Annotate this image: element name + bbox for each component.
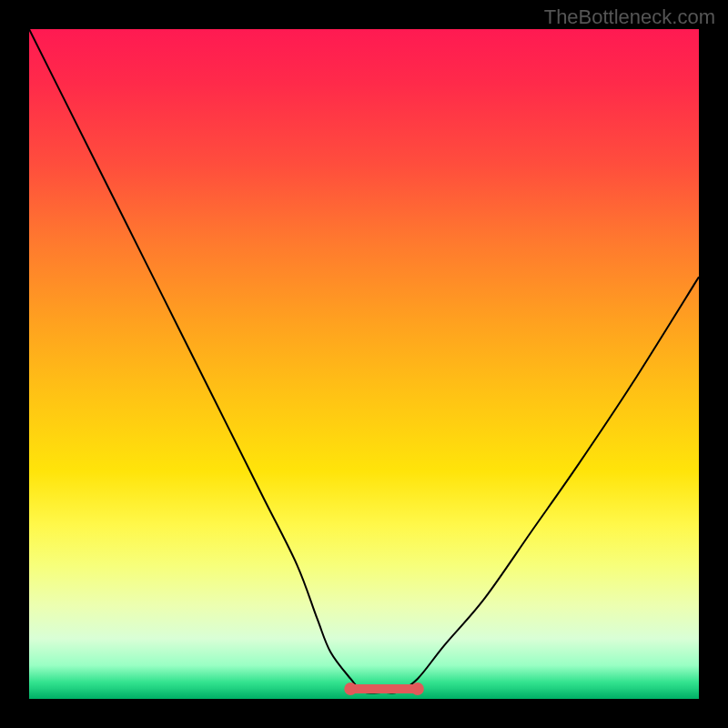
- chart-svg: [29, 29, 699, 699]
- curve-line: [29, 29, 699, 693]
- plot-area: [29, 29, 699, 699]
- watermark-text: TheBottleneck.com: [544, 5, 715, 29]
- flat-segment-dot-left: [344, 682, 357, 695]
- flat-segment-dot-right: [411, 682, 424, 695]
